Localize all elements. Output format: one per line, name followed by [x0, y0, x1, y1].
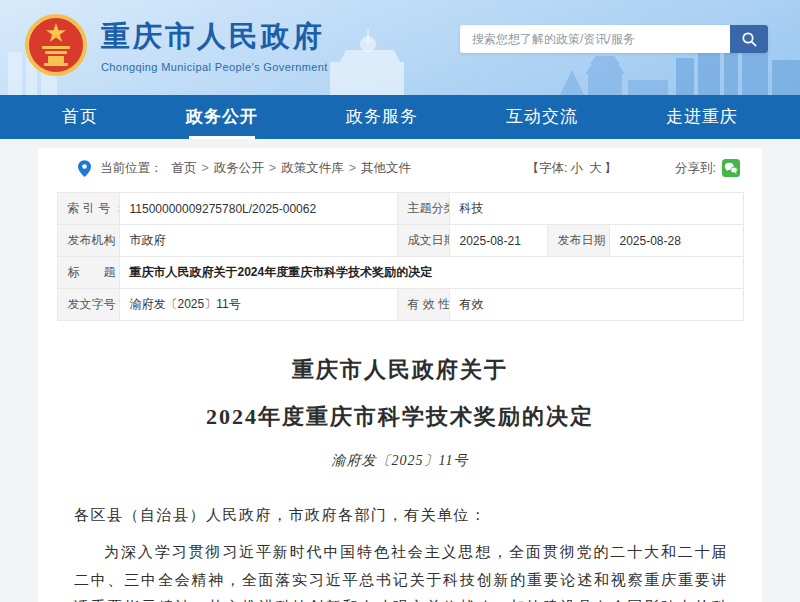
topic-category-label: 主题分类 ：	[397, 193, 449, 225]
brand[interactable]: 重庆市人民政府 Chongqing Municipal People's Gov…	[24, 13, 328, 77]
wechat-share-icon[interactable]	[722, 159, 740, 177]
main-nav: 首页 政务公开 政务服务 互动交流 走进重庆	[0, 95, 800, 139]
index-number-value: 11500000009275780L/2025-00062	[119, 193, 397, 225]
breadcrumb-separator: >	[202, 161, 209, 175]
breadcrumb-government-affairs[interactable]: 政务公开	[214, 160, 264, 177]
document-metadata-table: 索 引 号 ： 11500000009275780L/2025-00062 主题…	[57, 192, 744, 321]
document-title-line1: 重庆市人民政府关于	[38, 355, 762, 385]
title-label: 标 题 ：	[57, 257, 119, 289]
index-number-label: 索 引 号 ：	[57, 193, 119, 225]
nav-item-interaction[interactable]: 互动交流	[492, 95, 592, 139]
title-value: 重庆市人民政府关于2024年度重庆市科学技术奖励的决定	[119, 257, 743, 289]
issuing-agency-value: 市政府	[119, 225, 397, 257]
topic-category-value: 科技	[449, 193, 743, 225]
brand-text: 重庆市人民政府 Chongqing Municipal People's Gov…	[101, 17, 328, 73]
font-size-small-button[interactable]: 小	[571, 160, 584, 177]
meta-row-docnumber: 发文字号 ： 渝府发〔2025〕11号 有 效 性 ： 有效	[57, 289, 743, 321]
breadcrumb: 当前位置： 首页 > 政务公开 > 政策文件库 > 其他文件 【字体: 小 大 …	[38, 148, 762, 188]
breadcrumb-home[interactable]: 首页	[172, 160, 197, 177]
search-input[interactable]	[460, 25, 730, 53]
page: 重庆市人民政府 Chongqing Municipal People's Gov…	[0, 0, 800, 602]
breadcrumb-separator: >	[349, 161, 356, 175]
meta-row-agency-dates: 发布机构 ： 市政府 成文日期 ： 2025-08-21 发布日期 ： 2025…	[57, 225, 743, 257]
page-tools: 【字体: 小 大 】 分享到:	[527, 159, 740, 177]
document-title-line2: 2024年度重庆市科学技术奖励的决定	[38, 402, 762, 432]
breadcrumb-prefix: 当前位置：	[100, 160, 163, 177]
content-card: 当前位置： 首页 > 政务公开 > 政策文件库 > 其他文件 【字体: 小 大 …	[38, 148, 762, 602]
publish-date-label: 发布日期 ：	[547, 225, 609, 257]
written-date-label: 成文日期 ：	[397, 225, 449, 257]
font-size-label-open: 【字体:	[527, 160, 568, 177]
document-body: 各区县（自治县）人民政府，市政府各部门，有关单位： 为深入学习贯彻习近平新时代中…	[74, 502, 728, 602]
nav-item-home[interactable]: 首页	[48, 95, 112, 139]
site-title: 重庆市人民政府	[101, 17, 328, 57]
font-size-label-close: 】	[605, 160, 618, 177]
written-date-value: 2025-08-21	[449, 225, 547, 257]
share-label: 分享到:	[675, 160, 716, 177]
publish-date-value: 2025-08-28	[609, 225, 743, 257]
site-subtitle: Chongqing Municipal People's Government	[101, 61, 328, 73]
font-size-tool: 【字体: 小 大 】	[527, 160, 617, 177]
document-number: 渝府发〔2025〕11号	[38, 452, 762, 470]
national-emblem-icon	[24, 13, 88, 77]
validity-label: 有 效 性 ：	[397, 289, 449, 321]
breadcrumb-policy-library[interactable]: 政策文件库	[281, 160, 344, 177]
doc-number-value: 渝府发〔2025〕11号	[119, 289, 397, 321]
issuing-agency-label: 发布机构 ：	[57, 225, 119, 257]
document-salutation: 各区县（自治县）人民政府，市政府各部门，有关单位：	[74, 502, 728, 530]
document-paragraph-1: 为深入学习贯彻习近平新时代中国特色社会主义思想，全面贯彻党的二十大和二十届二中、…	[74, 539, 728, 602]
share-group: 分享到:	[675, 159, 740, 177]
search-button[interactable]	[730, 25, 768, 53]
nav-item-about-chongqing[interactable]: 走进重庆	[652, 95, 752, 139]
search-icon	[741, 31, 758, 48]
nav-item-services[interactable]: 政务服务	[332, 95, 432, 139]
breadcrumb-separator: >	[269, 161, 276, 175]
meta-row-title: 标 题 ： 重庆市人民政府关于2024年度重庆市科学技术奖励的决定	[57, 257, 743, 289]
site-header: 重庆市人民政府 Chongqing Municipal People's Gov…	[0, 0, 800, 95]
meta-row-index: 索 引 号 ： 11500000009275780L/2025-00062 主题…	[57, 193, 743, 225]
doc-number-label: 发文字号 ：	[57, 289, 119, 321]
validity-value: 有效	[449, 289, 743, 321]
nav-item-government-affairs[interactable]: 政务公开	[172, 95, 272, 139]
location-pin-icon	[78, 160, 91, 177]
breadcrumb-other-documents[interactable]: 其他文件	[361, 160, 411, 177]
font-size-large-button[interactable]: 大	[589, 160, 602, 177]
search-box	[460, 25, 768, 53]
